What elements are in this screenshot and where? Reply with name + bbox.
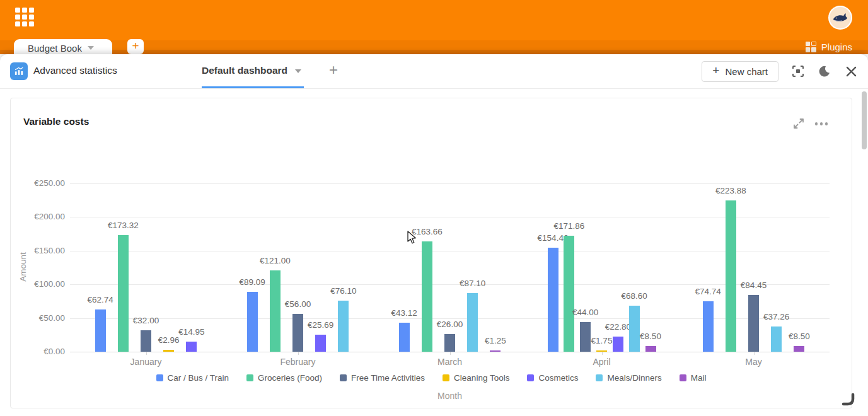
bar-value-label: €26.00 [437, 320, 463, 330]
bar-april-cosmetics[interactable] [613, 337, 623, 352]
new-chart-button[interactable]: + New chart [702, 61, 778, 82]
legend-item-groceries-food-[interactable]: Groceries (Food) [246, 373, 322, 383]
gridline [70, 251, 830, 251]
legend-label: Car / Bus / Train [168, 373, 229, 383]
bar-january-groceries-food-[interactable] [118, 235, 129, 352]
bar-value-label: €68.60 [621, 291, 647, 301]
x-axis-tick [450, 352, 451, 355]
bar-march-groceries-food-[interactable] [422, 241, 432, 352]
bar-february-cosmetics[interactable] [315, 335, 326, 352]
bar-april-groceries-food-[interactable] [564, 236, 574, 352]
bar-april-free-time-activities[interactable] [580, 322, 591, 352]
bar-value-label: €87.10 [460, 279, 485, 289]
bar-april-car-bus-train[interactable] [548, 248, 558, 352]
legend-label: Mail [691, 373, 707, 383]
gridline [70, 217, 830, 217]
close-icon[interactable] [844, 64, 858, 78]
advanced-statistics-panel: Advanced statistics Default dashboard + … [0, 54, 868, 416]
bar-value-label: €14.95 [178, 327, 204, 337]
bar-february-car-bus-train[interactable] [247, 292, 258, 352]
legend-label: Groceries (Food) [258, 373, 322, 383]
bar-value-label: €8.50 [789, 332, 810, 342]
bar-value-label: €37.26 [763, 312, 789, 322]
x-axis-tick-label: April [593, 357, 610, 367]
bar-value-label: €89.09 [240, 277, 265, 287]
bar-february-free-time-activities[interactable] [292, 314, 303, 352]
statistics-icon [10, 62, 28, 80]
user-avatar[interactable] [828, 6, 852, 30]
plugins-button[interactable]: Plugins [806, 40, 852, 53]
x-axis-tick [602, 352, 603, 355]
x-axis-tick-label: January [130, 357, 162, 367]
bar-march-mail[interactable] [490, 350, 501, 352]
tab-default-dashboard[interactable]: Default dashboard [202, 54, 304, 88]
bar-january-free-time-activities[interactable] [141, 330, 151, 352]
legend-swatch [156, 374, 163, 381]
workbook-tab-label: Budget Book [28, 43, 82, 54]
whale-icon [831, 8, 850, 27]
legend-swatch [680, 374, 686, 381]
y-axis-tick-label: €200.00 [11, 212, 65, 221]
plugins-icon [806, 42, 816, 52]
legend-item-meals-dinners[interactable]: Meals/Dinners [596, 373, 661, 383]
bar-april-mail[interactable] [645, 346, 656, 352]
legend-label: Cleaning Tools [454, 373, 509, 383]
legend-swatch [246, 374, 253, 381]
gridline [70, 284, 830, 285]
bar-value-label: €223.88 [715, 186, 746, 196]
bar-may-free-time-activities[interactable] [748, 295, 759, 352]
panel-header: Advanced statistics Default dashboard + … [0, 54, 868, 89]
legend-item-free-time-activities[interactable]: Free Time Activities [340, 373, 425, 383]
bar-may-mail[interactable] [794, 346, 804, 352]
bar-value-label: €25.69 [308, 320, 333, 330]
bar-march-meals-dinners[interactable] [467, 293, 478, 352]
dark-mode-moon-icon[interactable] [818, 64, 831, 78]
legend-item-car-bus-train[interactable]: Car / Bus / Train [156, 373, 229, 383]
app-window: Budget Book + Plugins Advanced statistic… [0, 0, 868, 416]
y-axis-tick-label: €150.00 [11, 246, 65, 255]
chart-legend: Car / Bus / TrainGroceries (Food)Free Ti… [11, 373, 852, 383]
legend-item-cosmetics[interactable]: Cosmetics [527, 373, 578, 383]
bar-may-meals-dinners[interactable] [771, 326, 782, 352]
bar-february-groceries-food-[interactable] [270, 270, 281, 352]
x-axis-tick [754, 352, 755, 355]
chart-plot: Amount Month €0.00€50.00€100.00€150.00€2… [11, 98, 852, 408]
bar-value-label: €8.50 [640, 332, 661, 342]
plus-icon: + [712, 64, 719, 78]
bar-january-cosmetics[interactable] [186, 342, 197, 352]
bar-april-meals-dinners[interactable] [629, 306, 640, 352]
bar-value-label: €22.80 [605, 322, 631, 332]
x-axis-tick [298, 352, 299, 355]
y-axis-tick-label: €100.00 [11, 279, 65, 289]
bar-january-cleaning-tools[interactable] [163, 350, 174, 352]
chevron-down-icon [88, 46, 94, 50]
bar-value-label: €76.10 [330, 286, 356, 296]
bar-february-meals-dinners[interactable] [338, 301, 349, 352]
chevron-down-icon [295, 69, 301, 73]
bar-value-label: €43.12 [391, 308, 417, 318]
bar-march-free-time-activities[interactable] [444, 334, 455, 352]
app-launcher-icon[interactable] [15, 8, 34, 26]
bar-may-car-bus-train[interactable] [703, 301, 714, 352]
vertical-scrollbar-thumb[interactable] [862, 91, 867, 149]
y-axis-tick-label: €0.00 [11, 347, 65, 356]
bar-value-label: €32.00 [133, 316, 159, 326]
focus-mode-icon[interactable] [791, 64, 805, 78]
variable-costs-card: Variable costs Amount Month €0.00€50.00€… [10, 98, 852, 408]
new-chart-label: New chart [725, 66, 768, 77]
bar-january-car-bus-train[interactable] [95, 309, 106, 352]
bar-value-label: €56.00 [285, 299, 311, 309]
legend-swatch [596, 374, 603, 381]
add-dashboard-button[interactable]: + [329, 61, 338, 79]
legend-swatch [527, 374, 534, 381]
bar-value-label: €1.75 [591, 336, 613, 346]
panel-title: Advanced statistics [33, 65, 117, 76]
x-axis-tick-label: February [280, 357, 315, 367]
legend-item-mail[interactable]: Mail [680, 373, 707, 383]
add-workbook-button[interactable]: + [127, 39, 144, 54]
legend-label: Free Time Activities [351, 373, 425, 383]
dashboard-tab-label: Default dashboard [202, 65, 287, 76]
bar-may-groceries-food-[interactable] [726, 200, 736, 352]
legend-item-cleaning-tools[interactable]: Cleaning Tools [443, 373, 509, 383]
bar-march-car-bus-train[interactable] [399, 323, 410, 352]
